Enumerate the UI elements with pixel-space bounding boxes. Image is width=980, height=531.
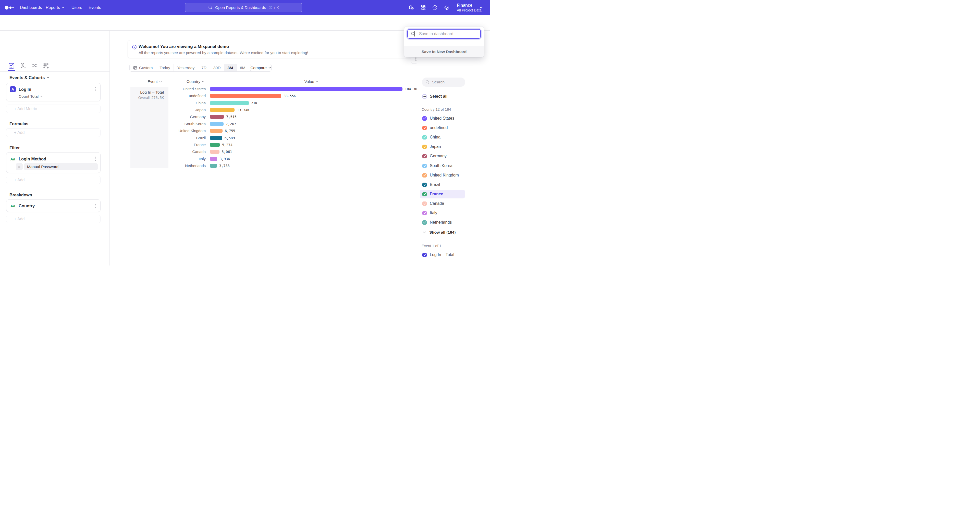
data-management-icon[interactable] bbox=[409, 5, 414, 11]
add-breakdown-button[interactable]: + Add bbox=[6, 215, 100, 223]
settings-gear-icon[interactable] bbox=[444, 5, 449, 11]
country-label: undefined bbox=[430, 125, 448, 130]
tab-funnels-icon[interactable] bbox=[20, 62, 27, 69]
legend-event-1[interactable]: Log In – Total bbox=[420, 250, 479, 259]
legend-country-undefined[interactable]: undefined bbox=[420, 124, 479, 132]
legend-country-italy[interactable]: Italy bbox=[420, 209, 479, 217]
metric-card[interactable]: A Log In Count Total bbox=[6, 83, 100, 101]
check-icon bbox=[423, 202, 426, 205]
event-checkbox-checked[interactable] bbox=[422, 253, 427, 257]
filter-operator[interactable]: = bbox=[16, 163, 23, 170]
show-all-button[interactable]: Show all (184) bbox=[420, 228, 476, 237]
legend-country-united-states[interactable]: United States bbox=[420, 114, 479, 123]
country-checkbox-checked[interactable] bbox=[422, 220, 427, 225]
chart-bar-canada[interactable] bbox=[210, 150, 220, 154]
legend-country-japan[interactable]: Japan bbox=[420, 142, 479, 151]
breakdown-card[interactable]: Aa Country bbox=[6, 200, 100, 212]
svg-text:?: ? bbox=[434, 6, 436, 9]
country-checkbox-checked[interactable] bbox=[422, 201, 427, 206]
nav-dashboards[interactable]: Dashboards bbox=[20, 0, 42, 15]
chart-bar-japan[interactable] bbox=[210, 108, 234, 112]
chart-bar-south-korea[interactable] bbox=[210, 122, 224, 126]
help-icon[interactable]: ? bbox=[432, 5, 438, 11]
global-search-bar[interactable]: Open Reports & Dashboards ⌘ + K bbox=[185, 3, 302, 12]
legend-country-china[interactable]: China bbox=[420, 133, 479, 141]
save-dashboard-search-input[interactable] bbox=[407, 29, 481, 39]
mixpanel-logo-icon[interactable] bbox=[5, 6, 16, 10]
active-tab-indicator bbox=[8, 70, 15, 71]
filter-card[interactable]: Aa Login Method = Manual Password bbox=[6, 152, 100, 173]
add-filter-button[interactable]: + Add bbox=[6, 176, 100, 184]
country-checkbox-checked[interactable] bbox=[422, 116, 427, 120]
date-range-yesterday[interactable]: Yesterday bbox=[174, 64, 198, 71]
apps-grid-icon[interactable] bbox=[420, 5, 426, 11]
chart-bar-netherlands[interactable] bbox=[210, 164, 217, 168]
select-all-row[interactable]: Select all bbox=[420, 92, 479, 101]
legend-country-netherlands[interactable]: Netherlands bbox=[420, 218, 479, 227]
chart-category-label: undefined bbox=[169, 94, 206, 98]
country-checkbox-checked[interactable] bbox=[422, 173, 427, 178]
metric-options-icon[interactable] bbox=[95, 86, 97, 92]
tab-retention-icon[interactable] bbox=[43, 62, 49, 69]
select-all-checkbox-indeterminate[interactable] bbox=[422, 94, 427, 99]
nav-reports[interactable]: Reports bbox=[46, 0, 64, 15]
country-checkbox-checked[interactable] bbox=[422, 154, 427, 159]
breakdown-options-icon[interactable] bbox=[95, 203, 97, 209]
project-chevron-down-icon[interactable] bbox=[479, 6, 483, 9]
nav-events[interactable]: Events bbox=[89, 0, 101, 15]
column-header-country[interactable]: Country bbox=[184, 79, 207, 84]
nav-users[interactable]: Users bbox=[72, 0, 82, 15]
country-label: United Kingdom bbox=[430, 173, 459, 178]
metric-event-name[interactable]: Log In bbox=[19, 86, 31, 92]
metric-aggregation[interactable]: Count Total bbox=[19, 94, 43, 99]
chart-category-label: United States bbox=[169, 86, 206, 92]
chart-bar-brazil[interactable] bbox=[210, 136, 222, 140]
country-label: South Korea bbox=[430, 163, 452, 168]
chart-category-label: Brazil bbox=[169, 135, 206, 141]
column-header-value[interactable]: Value bbox=[301, 79, 321, 84]
breakdown-property-name[interactable]: Country bbox=[19, 203, 35, 209]
chart-bar-undefined[interactable] bbox=[210, 94, 281, 98]
legend-country-france[interactable]: France bbox=[420, 190, 465, 198]
chart-value-label: 7,515 bbox=[226, 114, 237, 119]
tab-flows-icon[interactable] bbox=[32, 62, 38, 69]
event-series-panel: Log In – Total Overall276.5K bbox=[130, 87, 169, 168]
legend-country-south-korea[interactable]: South Korea bbox=[420, 162, 479, 170]
project-switcher[interactable]: Finance All Project Data bbox=[457, 3, 481, 13]
date-range-today[interactable]: Today bbox=[156, 64, 173, 71]
country-checkbox-checked[interactable] bbox=[422, 144, 427, 149]
date-range-7d[interactable]: 7D bbox=[198, 64, 210, 71]
date-range-3m[interactable]: 3M bbox=[224, 64, 237, 71]
legend-country-brazil[interactable]: Brazil bbox=[420, 180, 479, 189]
legend-country-united-kingdom[interactable]: United Kingdom bbox=[420, 171, 479, 179]
date-range-6m[interactable]: 6M bbox=[237, 64, 249, 71]
chart-bar-china[interactable] bbox=[210, 101, 249, 105]
tab-insights-icon[interactable] bbox=[8, 62, 15, 69]
country-checkbox-checked[interactable] bbox=[422, 135, 427, 139]
add-formula-button[interactable]: + Add bbox=[6, 128, 100, 137]
save-to-new-dashboard-button[interactable]: Save to New Dashboard bbox=[404, 46, 484, 57]
country-checkbox-checked[interactable] bbox=[422, 164, 427, 168]
filter-property-name[interactable]: Login Method bbox=[19, 156, 46, 162]
country-checkbox-checked[interactable] bbox=[422, 126, 427, 130]
chart-bar-united-kingdom[interactable] bbox=[210, 129, 223, 133]
chevron-down-icon bbox=[269, 67, 271, 69]
chart-bar-united-states[interactable] bbox=[210, 87, 402, 91]
legend-country-canada[interactable]: Canada bbox=[420, 199, 479, 208]
chart-bar-italy[interactable] bbox=[210, 157, 217, 161]
filter-value[interactable]: Manual Password bbox=[24, 163, 98, 170]
add-metric-button[interactable]: + Add Metric bbox=[6, 105, 100, 113]
compare-button[interactable]: Compare bbox=[250, 64, 272, 72]
country-checkbox-checked[interactable] bbox=[422, 211, 427, 215]
date-range-30d[interactable]: 30D bbox=[210, 64, 224, 71]
date-range-custom[interactable]: Custom bbox=[130, 64, 156, 71]
legend-country-germany[interactable]: Germany bbox=[420, 152, 479, 160]
filter-options-icon[interactable] bbox=[95, 156, 97, 162]
chart-bar-germany[interactable] bbox=[210, 115, 224, 119]
country-checkbox-checked[interactable] bbox=[422, 192, 427, 197]
chart-bar-france[interactable] bbox=[210, 143, 220, 147]
column-header-event[interactable]: Event bbox=[145, 79, 164, 84]
events-cohorts-header[interactable]: Events & Cohorts bbox=[10, 75, 49, 80]
country-checkbox-checked[interactable] bbox=[422, 182, 427, 187]
legend-search-input[interactable]: Search bbox=[422, 78, 465, 87]
